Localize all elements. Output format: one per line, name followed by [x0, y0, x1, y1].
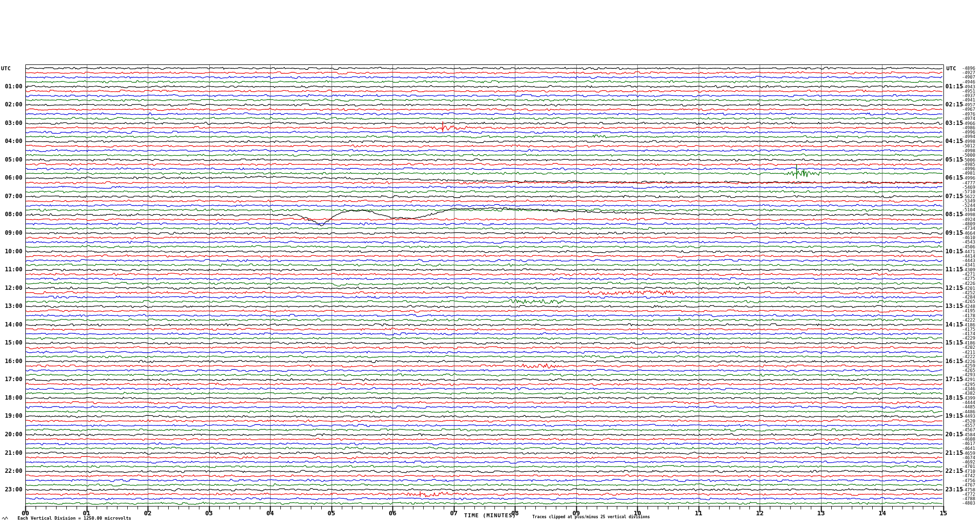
- hour-label-right: 21:15: [945, 450, 963, 456]
- trace-offset-value: -4293: [962, 373, 975, 377]
- hour-label-left: 16:00: [0, 358, 22, 365]
- x-axis-label: 08: [511, 509, 519, 517]
- hour-label-right: 19:15: [945, 413, 963, 419]
- seismogram-canvas: [0, 0, 980, 527]
- hour-label-right: 08:15: [945, 211, 963, 218]
- hour-label-right: 18:15: [945, 395, 963, 401]
- hour-label-left: 05:00: [0, 157, 22, 163]
- x-axis-label: 02: [144, 509, 152, 517]
- x-axis-label: 13: [817, 509, 825, 517]
- hour-label-right: 02:15: [945, 101, 963, 108]
- hour-label-left: 20:00: [0, 431, 22, 438]
- trace-offset-value: -5000: [962, 153, 975, 158]
- x-axis-label: 15: [940, 509, 947, 517]
- x-axis-title: TIME (MINUTES): [464, 512, 516, 519]
- scale-marker-icon: [2, 516, 9, 521]
- x-axis-label: 04: [266, 509, 274, 517]
- trace-offset-value: -4701: [962, 465, 975, 469]
- hour-label-right: 09:15: [945, 230, 963, 236]
- trace-offset-value: -4974: [962, 117, 975, 121]
- hour-label-right: 04:15: [945, 138, 963, 144]
- x-axis-label: 12: [756, 509, 764, 517]
- hour-label-left: 13:00: [0, 303, 22, 309]
- hour-label-right: 17:15: [945, 376, 963, 383]
- trace-offset-value: -4981: [962, 171, 975, 176]
- x-axis-label: 05: [328, 509, 335, 517]
- hour-label-left: 15:00: [0, 340, 22, 346]
- trace-offset-value: -4291: [962, 378, 975, 382]
- trace-offset-value: -4946: [962, 80, 975, 84]
- hour-label-left: 21:00: [0, 450, 22, 456]
- hour-label-right: 15:15: [945, 340, 963, 346]
- trace-offset-value: -4967: [962, 107, 975, 112]
- hour-label-left: 23:00: [0, 486, 22, 493]
- utc-label-left: UTC: [1, 65, 11, 72]
- hour-label-left: 12:00: [0, 285, 22, 291]
- clip-note: Traces clipped at plus/minus 25 vertical…: [532, 515, 650, 519]
- hour-label-left: 14:00: [0, 322, 22, 328]
- trace-offset-value: -5710: [962, 190, 975, 194]
- hour-label-right: 06:15: [945, 175, 963, 181]
- trace-offset-value: -4543: [962, 240, 975, 244]
- hour-label-right: 10:15: [945, 248, 963, 255]
- hour-label-right: 22:15: [945, 468, 963, 474]
- x-axis-label: 06: [389, 509, 396, 517]
- trace-offset-value: -5104: [962, 208, 975, 212]
- x-axis-label: 09: [572, 509, 580, 517]
- trace-offset-value: -4734: [962, 226, 975, 231]
- trace-offset-value: -4941: [962, 98, 975, 102]
- x-axis-label: 01: [83, 509, 91, 517]
- hour-label-left: 11:00: [0, 266, 22, 273]
- trace-offset-value: -4641: [962, 446, 975, 451]
- x-axis-label: 11: [695, 509, 703, 517]
- trace-offset-value: -4567: [962, 428, 975, 432]
- x-axis-label: 07: [450, 509, 458, 517]
- trace-offset-value: -4996: [962, 176, 975, 181]
- trace-offset-value: -4767: [962, 483, 975, 487]
- x-axis-label: 14: [879, 509, 886, 517]
- hour-label-right: 14:15: [945, 322, 963, 328]
- hour-label-left: 08:00: [0, 211, 22, 218]
- trace-offset-value: -4222: [962, 318, 975, 323]
- trace-offset-value: -4486: [962, 410, 975, 414]
- trace-offset-value: -4803: [962, 501, 975, 506]
- hour-label-right: 01:15: [945, 83, 963, 90]
- trace-offset-value: -4994: [962, 135, 975, 139]
- hour-label-left: 06:00: [0, 175, 22, 181]
- hour-label-right: 07:15: [945, 193, 963, 200]
- trace-offset-value: -4229: [962, 336, 975, 341]
- trace-offset-value: -4195: [962, 309, 975, 313]
- utc-label-right: UTC: [946, 65, 956, 72]
- x-axis-label: 10: [634, 509, 642, 517]
- trace-offset-value: -4222: [962, 355, 975, 359]
- trace-offset-value: -4506: [962, 245, 975, 249]
- hour-label-right: 16:15: [945, 358, 963, 365]
- trace-offset-value: -4485: [962, 405, 975, 409]
- hour-label-right: 05:15: [945, 157, 963, 163]
- hour-label-left: 01:00: [0, 83, 22, 90]
- trace-offset-value: -4341: [962, 263, 975, 267]
- hour-label-right: 20:15: [945, 431, 963, 438]
- x-axis-label: 00: [21, 509, 29, 517]
- hour-label-left: 22:00: [0, 468, 22, 474]
- hour-label-left: 04:00: [0, 138, 22, 144]
- hour-label-right: 12:15: [945, 285, 963, 291]
- hour-label-right: 13:15: [945, 303, 963, 309]
- hour-label-left: 19:00: [0, 413, 22, 419]
- trace-offset-value: -4226: [962, 282, 975, 286]
- hour-label-left: 17:00: [0, 376, 22, 383]
- hour-label-right: 23:15: [945, 486, 963, 493]
- hour-label-right: 03:15: [945, 120, 963, 126]
- trace-offset-value: -4382: [962, 391, 975, 396]
- trace-offset-value: -4265: [962, 300, 975, 304]
- helicorder-page: P S L atras eismology ab Mar10,2026 PLEV…: [0, 0, 980, 527]
- hour-label-left: 02:00: [0, 101, 22, 108]
- hour-label-left: 18:00: [0, 395, 22, 401]
- x-axis-label: 03: [205, 509, 213, 517]
- scale-note: Each Vertical Division = 1250.00 microvo…: [18, 516, 131, 521]
- hour-label-left: 09:00: [0, 230, 22, 236]
- hour-label-left: 07:00: [0, 193, 22, 200]
- hour-label-left: 03:00: [0, 120, 22, 126]
- hour-label-left: 10:00: [0, 248, 22, 255]
- trace-offset-value: -4742: [962, 474, 975, 478]
